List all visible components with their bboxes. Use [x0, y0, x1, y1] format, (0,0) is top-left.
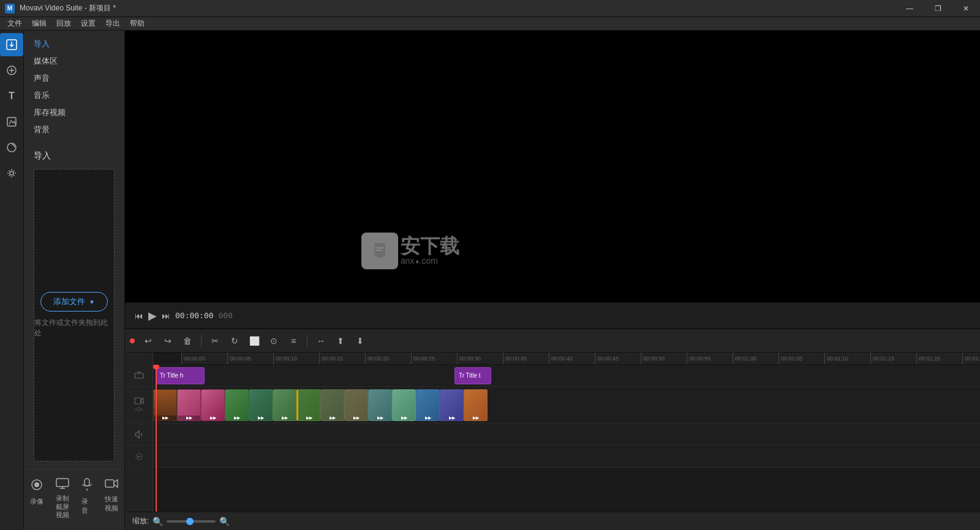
svg-rect-9: [56, 479, 69, 487]
ruler-mark-9: 00:00:45: [595, 353, 641, 365]
track-icon-video: [125, 387, 153, 424]
video-clip-12[interactable]: ▶▶: [416, 389, 440, 421]
ruler-mark-1: 00:00:05: [227, 353, 273, 365]
timeline-tracks: Tr Title h Tr Title t: [153, 365, 980, 512]
nav-item-sound[interactable]: 声音: [24, 70, 124, 87]
ruler-mark-11: 00:00:55: [687, 353, 733, 365]
sidebar-icon-effects[interactable]: [0, 110, 23, 133]
video-clip-4[interactable]: ▶▶: [225, 389, 249, 421]
prev-frame-button[interactable]: ⏮: [135, 311, 143, 321]
quick-quick-video[interactable]: 快速视频: [99, 474, 124, 523]
preview-video: [125, 31, 980, 302]
drop-hint: 将文件或文件夹拖到此处: [34, 318, 114, 338]
video-clip-10[interactable]: ▶▶: [368, 389, 392, 421]
audio-label: 录音: [81, 497, 92, 515]
track-icon-audio2: [125, 446, 153, 468]
video-clip-8[interactable]: ▶▶: [320, 389, 344, 421]
quick-record-audio[interactable]: 录音: [75, 474, 99, 523]
video-clip-7[interactable]: ▶▶: [296, 389, 320, 421]
undo-button[interactable]: ↩: [140, 332, 157, 349]
menu-help[interactable]: 帮助: [125, 17, 149, 30]
quick-record-video[interactable]: 录像: [24, 474, 50, 523]
play-button[interactable]: ▶: [148, 309, 157, 323]
time-millis: 000: [218, 311, 232, 320]
maximize-button[interactable]: ❐: [924, 0, 952, 17]
menu-export[interactable]: 导出: [100, 17, 125, 30]
left-panel-nav: 导入 媒体区 声音 音乐 库存视频 背景: [24, 31, 124, 143]
minimize-button[interactable]: —: [895, 0, 924, 17]
stabilize-button[interactable]: ≡: [285, 332, 302, 349]
video-clip-9[interactable]: ▶▶: [344, 389, 368, 421]
zoom-thumb[interactable]: [186, 518, 194, 525]
nav-item-bg[interactable]: 背景: [24, 121, 124, 138]
title-clip-1[interactable]: Tr Title h: [156, 367, 205, 384]
sidebar-icon-import[interactable]: [0, 33, 23, 56]
menu-file[interactable]: 文件: [2, 17, 27, 30]
video-clips-row: ▶▶ ▶▶ ▶▶: [153, 389, 488, 421]
pan-zoom-button[interactable]: ↔: [312, 332, 330, 349]
ruler-mark-12: 00:01:00: [733, 353, 778, 365]
video-clip-14[interactable]: ▶▶: [464, 389, 488, 421]
record-label: 录像: [30, 497, 43, 506]
cut-button[interactable]: ✂: [206, 332, 224, 349]
menubar: 文件 编辑 回放 设置 导出 帮助: [0, 17, 980, 31]
ruler-mark-14: 00:01:10: [824, 353, 870, 365]
sidebar-icon-tools[interactable]: [0, 162, 23, 185]
zoom-in-icon[interactable]: 🔍: [219, 517, 230, 526]
video-clip-5[interactable]: ▶▶: [249, 389, 273, 421]
audio-track-1: [153, 424, 980, 446]
zoom-label: 缩放:: [132, 516, 149, 526]
menu-settings[interactable]: 设置: [76, 17, 100, 30]
zoom-out-icon[interactable]: 🔍: [153, 517, 163, 526]
timeline-toolbar: ↩ ↪ 🗑 ✂ ↻ ⬜ ⊙ ≡ ↔ ⬆ ⬇ 导出: [125, 329, 980, 353]
import-dropzone[interactable]: 添加文件 ▼ 将文件或文件夹拖到此处: [34, 169, 115, 461]
video-clip-6[interactable]: ▶▶: [273, 389, 296, 421]
video-clip-2[interactable]: ▶▶: [177, 389, 201, 421]
next-frame-button[interactable]: ⏭: [162, 311, 170, 321]
preview-panel: ⏮ ▶ ⏭ 00:00:00 000 16:9 🔊 ⛶ ⬚: [125, 31, 980, 328]
ruler-mark-4: 00:00:20: [365, 353, 411, 365]
add-file-button[interactable]: 添加文件 ▼: [40, 292, 108, 312]
ruler-mark-6: 00:00:30: [457, 353, 503, 365]
sidebar-icon-text[interactable]: T: [0, 84, 23, 108]
video-clip-1[interactable]: ▶▶: [153, 389, 177, 421]
video-clip-13[interactable]: ▶▶: [440, 389, 464, 421]
menu-edit[interactable]: 编辑: [27, 17, 51, 30]
ruler-corner: [125, 353, 153, 365]
nav-item-import[interactable]: 导入: [24, 35, 124, 53]
color-button[interactable]: ⊙: [265, 332, 282, 349]
quick-actions: 录像 录制截屏视频 录音 快速视频: [24, 469, 124, 530]
screen-record-label: 录制截屏视频: [56, 495, 69, 519]
nav-item-stock[interactable]: 库存视频: [24, 104, 124, 121]
video-clip-3[interactable]: ▶▶: [201, 389, 225, 421]
zoom-slider[interactable]: [167, 520, 216, 523]
nav-item-music[interactable]: 音乐: [24, 87, 124, 104]
track-icons-col: [125, 365, 153, 512]
quick-screen-record[interactable]: 录制截屏视频: [50, 474, 75, 523]
menu-playback[interactable]: 回放: [51, 17, 76, 30]
ruler-mark-3: 00:00:15: [319, 353, 365, 365]
rotate-button[interactable]: ↻: [226, 332, 243, 349]
ruler-mark-15: 00:01:15: [870, 353, 916, 365]
title-track: Tr Title h Tr Title t: [153, 365, 980, 387]
zoom-control: 缩放: 🔍 🔍: [132, 516, 230, 526]
screen-icon: [56, 478, 69, 492]
ruler-mark-5: 00:00:25: [411, 353, 457, 365]
audio-button[interactable]: ⬇: [352, 332, 369, 349]
video-clip-11[interactable]: ▶▶: [392, 389, 416, 421]
title-clip-2-label: Title t: [466, 372, 480, 379]
svg-rect-14: [105, 480, 114, 487]
sidebar-icon-transitions[interactable]: [0, 136, 23, 159]
video-track: ▶▶ ▶▶ ▶▶: [153, 387, 980, 424]
svg-point-6: [10, 171, 13, 175]
pip-button[interactable]: ⬆: [332, 332, 349, 349]
delete-button[interactable]: 🗑: [179, 332, 196, 349]
redo-button[interactable]: ↪: [159, 332, 176, 349]
title-clip-2[interactable]: Tr Title t: [454, 367, 491, 384]
app-logo: M: [5, 4, 15, 13]
close-button[interactable]: ✕: [952, 0, 980, 17]
svg-rect-18: [135, 373, 143, 378]
nav-item-media[interactable]: 媒体区: [24, 53, 124, 70]
crop-button[interactable]: ⬜: [246, 332, 263, 349]
sidebar-icon-pin[interactable]: [0, 59, 23, 82]
